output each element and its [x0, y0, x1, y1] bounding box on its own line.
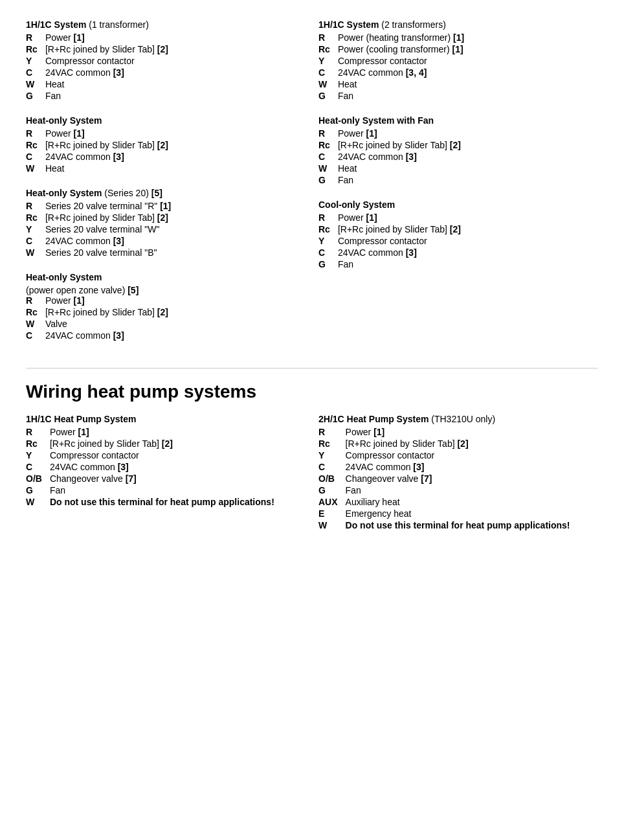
- term-label: Rc: [318, 140, 338, 152]
- term-desc: Valve: [45, 319, 168, 330]
- term-desc: Do not use this terminal for heat pump a…: [346, 520, 570, 532]
- term-table: RPower [1]Rc[R+Rc joined by Slider Tab] …: [26, 32, 168, 102]
- table-row: WHeat: [26, 163, 168, 175]
- term-label: G: [26, 91, 45, 102]
- term-desc: Power [1]: [45, 295, 168, 307]
- term-label: Y: [26, 56, 45, 67]
- term-desc: [R+Rc joined by Slider Tab] [2]: [45, 44, 168, 56]
- table-row: RPower [1]: [318, 128, 461, 140]
- term-label: W: [26, 79, 45, 91]
- table-row: EEmergency heat: [318, 508, 570, 520]
- table-row: C24VAC common [3]: [26, 152, 168, 163]
- table-row: YCompressor contactor: [26, 450, 274, 462]
- term-label: Y: [318, 236, 338, 247]
- table-row: RPower (heating transformer) [1]: [318, 32, 464, 44]
- term-desc: [R+Rc joined by Slider Tab] [2]: [338, 140, 461, 152]
- table-row: RPower [1]: [26, 427, 274, 438]
- term-label: C: [318, 67, 338, 79]
- term-label: Rc: [318, 224, 338, 236]
- term-label: Rc: [26, 307, 45, 319]
- section-title: Heat-only System: [26, 115, 306, 126]
- wiring-section-1h1c_1t: 1H/1C System (1 transformer)RPower [1]Rc…: [26, 19, 306, 102]
- term-desc: Power (heating transformer) [1]: [338, 32, 464, 44]
- term-label: C: [318, 462, 346, 473]
- term-label: R: [26, 201, 45, 212]
- term-desc: 24VAC common [3]: [45, 236, 171, 247]
- table-row: RPower [1]: [26, 295, 168, 307]
- table-row: RPower [1]: [26, 32, 168, 44]
- term-label: C: [26, 236, 45, 247]
- term-label: C: [26, 330, 45, 342]
- table-row: RPower [1]: [26, 128, 168, 140]
- term-label: W: [318, 163, 338, 175]
- wiring-section-heat_only_zone: Heat-only System(power open zone valve) …: [26, 272, 306, 342]
- term-desc: [R+Rc joined by Slider Tab] [2]: [45, 212, 171, 224]
- term-desc: Series 20 valve terminal "B": [45, 247, 171, 259]
- table-row: RcPower (cooling transformer) [1]: [318, 44, 464, 56]
- term-desc: Do not use this terminal for heat pump a…: [50, 497, 274, 508]
- term-label: R: [26, 427, 50, 438]
- table-row: AUXAuxiliary heat: [318, 497, 570, 508]
- table-row: Rc[R+Rc joined by Slider Tab] [2]: [26, 212, 171, 224]
- term-desc: Fan: [346, 485, 570, 497]
- table-row: WHeat: [318, 79, 464, 91]
- term-desc: [R+Rc joined by Slider Tab] [2]: [50, 438, 274, 450]
- term-table: RPower [1]Rc[R+Rc joined by Slider Tab] …: [26, 128, 168, 175]
- term-label: C: [26, 152, 45, 163]
- term-desc: Power [1]: [346, 427, 570, 438]
- term-desc: Compressor contactor: [45, 56, 168, 67]
- term-desc: Fan: [45, 91, 168, 102]
- term-label: R: [26, 128, 45, 140]
- table-row: C24VAC common [3]: [26, 330, 168, 342]
- term-desc: Emergency heat: [346, 508, 570, 520]
- section-divider: [26, 368, 598, 369]
- table-row: C24VAC common [3]: [318, 462, 570, 473]
- table-row: C24VAC common [3, 4]: [318, 67, 464, 79]
- section-title: Cool-only System: [318, 199, 598, 210]
- table-row: O/BChangeover valve [7]: [318, 473, 570, 485]
- term-table: RPower [1]Rc[R+Rc joined by Slider Tab] …: [26, 427, 274, 508]
- term-label: R: [318, 212, 338, 224]
- table-row: RSeries 20 valve terminal "R" [1]: [26, 201, 171, 212]
- table-row: GFan: [318, 175, 461, 187]
- term-desc: 24VAC common [3]: [45, 67, 168, 79]
- section-title: 1H/1C Heat Pump System: [26, 414, 306, 424]
- table-row: Rc[R+Rc joined by Slider Tab] [2]: [318, 224, 461, 236]
- term-label: Rc: [318, 44, 338, 56]
- term-label: R: [26, 295, 45, 307]
- term-label: G: [318, 259, 338, 271]
- term-desc: Power [1]: [45, 32, 168, 44]
- table-row: Rc[R+Rc joined by Slider Tab] [2]: [26, 140, 168, 152]
- term-label: W: [318, 520, 346, 532]
- term-desc: Auxiliary heat: [346, 497, 570, 508]
- wiring-section-heat_only_fan: Heat-only System with FanRPower [1]Rc[R+…: [318, 115, 598, 187]
- term-label: G: [318, 175, 338, 187]
- term-label: W: [318, 79, 338, 91]
- table-row: RPower [1]: [318, 427, 570, 438]
- term-label: W: [26, 247, 45, 259]
- term-desc: Series 20 valve terminal "R" [1]: [45, 201, 171, 212]
- term-desc: [R+Rc joined by Slider Tab] [2]: [45, 307, 168, 319]
- hp-right-col: 2H/1C Heat Pump System (TH3210U only)RPo…: [318, 414, 598, 545]
- term-desc: [R+Rc joined by Slider Tab] [2]: [338, 224, 461, 236]
- term-desc: Power (cooling transformer) [1]: [338, 44, 464, 56]
- term-label: Rc: [26, 438, 50, 450]
- table-row: Rc[R+Rc joined by Slider Tab] [2]: [26, 307, 168, 319]
- term-label: Rc: [26, 44, 45, 56]
- term-label: Y: [26, 450, 50, 462]
- wiring-section-heat_only: Heat-only SystemRPower [1]Rc[R+Rc joined…: [26, 115, 306, 175]
- table-row: GFan: [26, 485, 274, 497]
- term-label: G: [318, 485, 346, 497]
- term-label: R: [318, 128, 338, 140]
- section-title: Heat-only System (Series 20) [5]: [26, 188, 306, 198]
- term-desc: Fan: [50, 485, 274, 497]
- term-label: Y: [318, 450, 346, 462]
- table-row: Rc[R+Rc joined by Slider Tab] [2]: [26, 44, 168, 56]
- table-row: C24VAC common [3]: [26, 462, 274, 473]
- table-row: YSeries 20 valve terminal "W": [26, 224, 171, 236]
- term-desc: Fan: [338, 175, 461, 187]
- table-row: C24VAC common [3]: [26, 67, 168, 79]
- term-desc: Power [1]: [50, 427, 274, 438]
- table-row: WValve: [26, 319, 168, 330]
- term-label: Y: [318, 56, 338, 67]
